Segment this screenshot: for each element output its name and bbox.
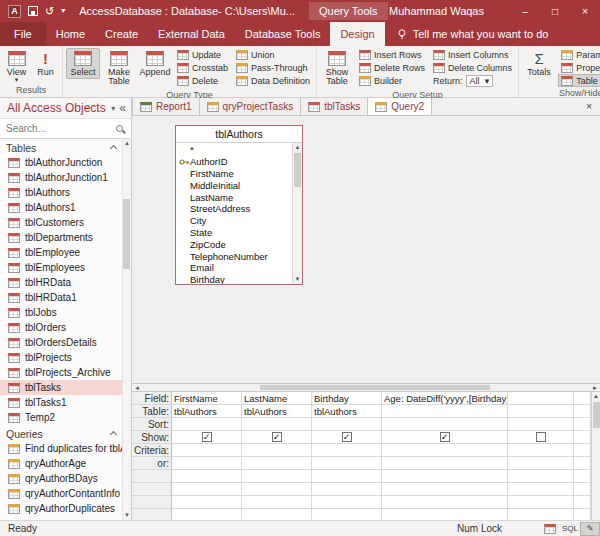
field-item[interactable]: State [176, 227, 292, 239]
field-cell[interactable]: FirstName [172, 392, 242, 405]
user-name[interactable]: Muhammad Waqas [389, 5, 484, 17]
field-item[interactable]: StreetAddress [176, 203, 292, 215]
scrollbar-thumb[interactable] [593, 402, 600, 428]
scroll-right-icon[interactable]: ► [590, 385, 600, 391]
sidebar-item-table[interactable]: tblDepartments [0, 230, 122, 245]
tab-create[interactable]: Create [95, 22, 148, 46]
sidebar-item-table[interactable]: tblOrdersDetails [0, 335, 122, 350]
table-cell[interactable]: tblAuthors [312, 405, 382, 418]
select-query-button[interactable]: Select [66, 48, 100, 79]
sort-cell[interactable] [382, 418, 508, 431]
or-cell[interactable] [508, 457, 574, 470]
minimize-button[interactable]: – [510, 0, 540, 22]
query-design-pane[interactable]: tblAuthors * AuthorID FirstName MiddleIn… [132, 116, 600, 383]
sort-cell[interactable] [242, 418, 312, 431]
sidebar-item-table[interactable]: tblTasks1 [0, 395, 122, 410]
field-item[interactable]: Email [176, 262, 292, 274]
table-cell[interactable] [382, 405, 508, 418]
sidebar-item-table[interactable]: tblEmployee [0, 245, 122, 260]
table-cell[interactable] [508, 405, 574, 418]
sidebar-item-query[interactable]: qryAuthorDuplicates [0, 501, 122, 516]
show-checkbox[interactable]: ✓ [342, 432, 352, 442]
doc-tab-tbltasks[interactable]: tblTasks [301, 98, 368, 115]
sidebar-item-table[interactable]: tblOrders [0, 320, 122, 335]
show-checkbox[interactable]: ✓ [202, 432, 212, 442]
tab-design[interactable]: Design [330, 22, 384, 46]
property-sheet-button[interactable]: Property Sheet [558, 61, 600, 74]
tab-external-data[interactable]: External Data [148, 22, 235, 46]
sidebar-scrollbar[interactable]: ▲ ▼ [122, 139, 131, 520]
field-item[interactable]: TelephoneNumber [176, 250, 292, 262]
criteria-cell[interactable] [508, 444, 574, 457]
field-item[interactable]: ZipCode [176, 238, 292, 250]
show-table-button[interactable]: Show Table [320, 48, 354, 89]
scroll-down-icon[interactable]: ▼ [295, 276, 301, 283]
scroll-down-icon[interactable]: ▼ [124, 512, 130, 519]
pane-splitter-scrollbar[interactable]: ◄ ► [132, 383, 600, 392]
sidebar-item-query[interactable]: qryAuthorAge [0, 456, 122, 471]
design-view-button[interactable]: ✎ [580, 522, 600, 536]
sidebar-item-table[interactable]: tblAuthors1 [0, 200, 122, 215]
sort-cell[interactable] [312, 418, 382, 431]
sidebar-item-query[interactable]: Find duplicates for tblAuthors [0, 441, 122, 456]
field-item[interactable]: FirstName [176, 168, 292, 180]
sort-cell[interactable] [172, 418, 242, 431]
pass-through-button[interactable]: Pass-Through [233, 61, 313, 74]
tab-file[interactable]: File [0, 22, 46, 46]
data-definition-button[interactable]: Data Definition [233, 74, 313, 87]
criteria-cell[interactable] [312, 444, 382, 457]
delete-rows-button[interactable]: Delete Rows [356, 61, 428, 74]
save-icon[interactable] [28, 6, 38, 16]
search-input[interactable] [0, 119, 131, 138]
show-checkbox[interactable]: ✓ [272, 432, 282, 442]
criteria-cell[interactable] [382, 444, 508, 457]
qat-customize-icon[interactable]: ▾ [61, 7, 65, 15]
sidebar-item-table[interactable]: tblProjects_Archive [0, 365, 122, 380]
delete-columns-button[interactable]: Delete Columns [430, 61, 515, 74]
field-list-title[interactable]: tblAuthors [176, 126, 302, 143]
sidebar-item-table[interactable]: tblHRData1 [0, 290, 122, 305]
sidebar-item-table[interactable]: tblJobs [0, 305, 122, 320]
view-button[interactable]: View ▾ [3, 48, 30, 84]
field-cell[interactable]: Age: DateDiff('yyyy',[Birthday],Date()) [382, 392, 508, 405]
doc-tab-report1[interactable]: Report1 [132, 98, 200, 115]
crosstab-query-button[interactable]: Crosstab [174, 61, 231, 74]
sidebar-item-table[interactable]: tblHRData [0, 275, 122, 290]
criteria-cell[interactable] [242, 444, 312, 457]
field-item[interactable]: Birthday [176, 274, 292, 284]
field-item[interactable]: * [176, 144, 292, 156]
totals-button[interactable]: Σ Totals [522, 48, 556, 79]
section-header-queries[interactable]: Queries [0, 426, 122, 441]
shutter-bar-icon[interactable]: « [119, 101, 126, 115]
show-checkbox[interactable]: ✓ [440, 432, 450, 442]
field-cell[interactable] [508, 392, 574, 405]
nav-pane-header[interactable]: All Access Objects ▾ « [0, 98, 131, 119]
field-list-tblauthors[interactable]: tblAuthors * AuthorID FirstName MiddleIn… [175, 125, 303, 285]
undo-icon[interactable]: ↺ [45, 6, 54, 17]
delete-query-button[interactable]: Delete [174, 74, 231, 87]
sidebar-item-table[interactable]: Temp2 [0, 410, 122, 425]
sidebar-item-table[interactable]: tblProjects [0, 350, 122, 365]
field-item[interactable]: LastName [176, 191, 292, 203]
close-button[interactable]: × [570, 0, 600, 22]
qbe-vertical-scrollbar[interactable]: ▲ ▼ [591, 392, 600, 536]
scroll-up-icon[interactable]: ▲ [124, 140, 130, 147]
close-document-icon[interactable]: × [578, 98, 600, 115]
return-dropdown[interactable]: All ▾ [466, 75, 494, 87]
criteria-cell[interactable] [172, 444, 242, 457]
sidebar-item-table[interactable]: tblCustomers [0, 215, 122, 230]
sort-cell[interactable] [508, 418, 574, 431]
insert-rows-button[interactable]: Insert Rows [356, 48, 428, 61]
hscroll-thumb[interactable] [260, 385, 490, 390]
table-names-button[interactable]: Table Names [558, 74, 600, 87]
scrollbar-thumb[interactable] [123, 199, 130, 269]
scroll-up-icon[interactable]: ▲ [295, 144, 301, 151]
update-query-button[interactable]: Update [174, 48, 231, 61]
table-cell[interactable]: tblAuthors [172, 405, 242, 418]
or-cell[interactable] [382, 457, 508, 470]
sidebar-item-table[interactable]: tblAuthorJunction1 [0, 170, 122, 185]
scroll-up-icon[interactable]: ▲ [593, 393, 599, 400]
or-cell[interactable] [242, 457, 312, 470]
sidebar-item-table[interactable]: tblAuthors [0, 185, 122, 200]
parameters-button[interactable]: Parameters [558, 48, 600, 61]
